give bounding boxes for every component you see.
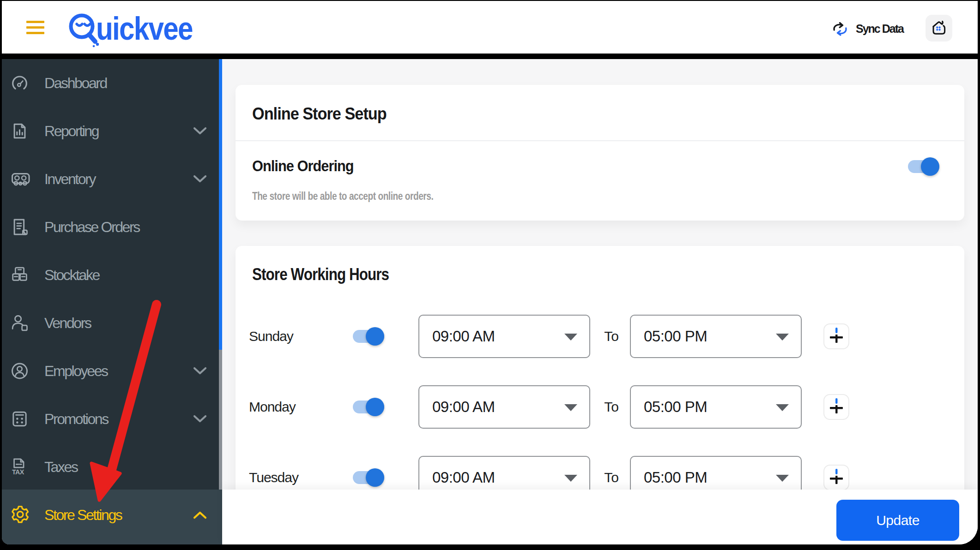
svg-text:TAX: TAX bbox=[12, 468, 24, 476]
